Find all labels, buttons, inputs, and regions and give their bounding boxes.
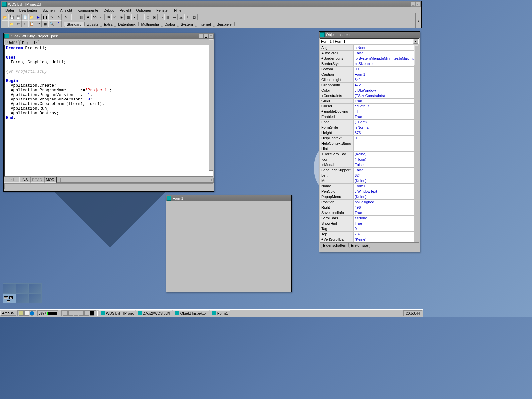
palette-overflow-button[interactable]: ▸ [415, 13, 421, 28]
menu-projekt[interactable]: Projekt [117, 8, 133, 13]
comp-popup-button[interactable]: ▤ [78, 14, 85, 20]
property-row[interactable]: ClientHeight341 [320, 77, 419, 83]
save-button[interactable]: 💾 [8, 14, 15, 20]
ql-icon-3[interactable] [74, 311, 78, 316]
pager-desktop-4[interactable]: Z:\o Ot [3, 293, 16, 303]
menu-bearbeiten[interactable]: Bearbeiten [17, 8, 40, 13]
inspector-tab-properties[interactable]: Eigenschaften [321, 243, 349, 248]
property-row[interactable]: +BorderIcons[biSystemMenu,biMinimize,biM… [320, 56, 419, 61]
ql-icon-5[interactable] [84, 311, 89, 316]
property-value[interactable]: True [354, 99, 419, 103]
undo-button[interactable]: ↶ [35, 20, 42, 27]
editor-minimize-button[interactable]: ▁ [204, 34, 208, 38]
editor-tab-unit1[interactable]: Unit1* [5, 40, 20, 45]
pager-desktop-2[interactable] [16, 283, 29, 293]
property-row[interactable]: NameForm1 [320, 184, 419, 189]
property-row[interactable]: Right496 [320, 205, 419, 210]
property-row[interactable]: Ctl3dTrue [320, 99, 419, 104]
property-row[interactable]: +HorzScrollBar(Keine) [320, 152, 419, 157]
property-value[interactable] [354, 141, 419, 146]
comp-mainmenu-button[interactable]: ☰ [71, 14, 78, 20]
property-row[interactable]: +EnableDocking[ ] [320, 109, 419, 114]
property-value[interactable]: 0 [354, 226, 419, 231]
menu-suchen[interactable]: Suchen [40, 8, 57, 13]
property-row[interactable]: ShowHintTrue [320, 221, 419, 226]
comp-grid-button[interactable]: ▦ [164, 14, 171, 20]
new-project-button[interactable]: 📄 [22, 14, 28, 20]
comp-checkbox-button[interactable]: ☑ [111, 14, 118, 20]
palette-tab-dialog[interactable]: Dialog [162, 22, 178, 27]
tray-globe-icon[interactable] [30, 311, 34, 316]
pause-button[interactable]: ❚❚ [42, 14, 48, 20]
comp-text-button[interactable]: T [184, 14, 191, 20]
property-row[interactable]: AutoScrollFalse [320, 51, 419, 56]
editor-restore-button[interactable]: ❐ [199, 34, 203, 38]
palette-tab-multimedia[interactable]: Multimedia [138, 22, 162, 27]
property-value[interactable]: (TFont) [354, 120, 419, 125]
property-value[interactable]: crDefault [354, 104, 419, 109]
form-system-icon[interactable] [167, 196, 171, 201]
tray-lock-icon[interactable] [19, 311, 24, 316]
system-menu-icon[interactable] [2, 2, 7, 7]
property-value[interactable]: False [354, 162, 419, 167]
inspector-system-icon[interactable] [320, 32, 325, 37]
comp-panel-button[interactable]: ▭ [158, 14, 164, 20]
menu-komponente[interactable]: Komponente [75, 8, 101, 13]
property-value[interactable]: 624 [354, 173, 419, 178]
property-row[interactable]: Icon(TIcon) [320, 157, 419, 162]
paste-button[interactable]: 📋 [28, 20, 35, 27]
property-value[interactable]: (Keine) [354, 237, 419, 242]
task-form1[interactable]: Form1 [210, 310, 230, 316]
editor-tab-project1[interactable]: Project1* [20, 40, 39, 45]
start-button[interactable]: ArcaOS [0, 311, 16, 316]
property-row[interactable]: IsModalFalse [320, 162, 419, 168]
property-row[interactable]: Tag0 [320, 226, 419, 232]
property-row[interactable]: HelpContext0 [320, 136, 419, 141]
palette-tab-standard[interactable]: Standard [64, 22, 85, 27]
folder-button[interactable]: 📁 [8, 20, 15, 27]
hscroll-right-button[interactable]: ▸ [210, 178, 214, 182]
property-row[interactable]: FormStylefsNormal [320, 125, 419, 130]
pager-desktop-5[interactable] [16, 293, 29, 303]
property-value[interactable]: (Keine) [354, 152, 419, 157]
taskbar-clock[interactable]: 20.53.44 [403, 310, 422, 316]
property-row[interactable]: Menu(Keine) [320, 178, 419, 184]
ql-icon-2[interactable] [68, 311, 73, 316]
step-over-button[interactable]: ↷ [48, 14, 55, 20]
property-value[interactable]: 496 [354, 205, 419, 210]
property-row[interactable]: CaptionForm1 [320, 72, 419, 77]
property-value[interactable]: ssNone [354, 216, 419, 221]
property-value[interactable]: [ ] [354, 109, 419, 114]
property-value[interactable]: 472 [354, 83, 419, 88]
property-row[interactable]: +VertScrollBar(Keine) [320, 237, 419, 242]
property-row[interactable]: Hint [320, 146, 419, 152]
comp-radiogroup-button[interactable]: ▣ [151, 14, 158, 20]
comp-radio-button[interactable]: ◉ [118, 14, 125, 20]
property-row[interactable]: ClientWidth472 [320, 83, 419, 88]
menu-debug[interactable]: Debug [101, 8, 117, 13]
property-value[interactable]: [biSystemMenu,biMinimize,biMaximize] [354, 56, 419, 61]
editor-maximize-button[interactable]: □ [209, 34, 213, 38]
property-value[interactable] [354, 146, 419, 151]
property-value[interactable]: Form1 [354, 184, 419, 189]
property-row[interactable]: PositionpoDesigned [320, 200, 419, 205]
form-design-surface[interactable] [166, 201, 291, 292]
property-value[interactable]: clWindowText [354, 189, 419, 194]
tray-search-icon[interactable] [24, 311, 29, 316]
save-all-button[interactable]: 💾 [15, 14, 22, 20]
pager-desktop-3[interactable] [29, 283, 42, 293]
inspector-combo-dropdown-button[interactable]: ▾ [413, 39, 418, 44]
comp-memo-button[interactable]: ▭ [98, 14, 105, 20]
menu-ansicht[interactable]: Ansicht [57, 8, 75, 13]
palette-tab-zusatz[interactable]: Zusatz [84, 22, 101, 27]
cut-button[interactable]: ✂ [15, 20, 22, 27]
comp-image-button[interactable]: 🖼 [178, 14, 184, 20]
property-row[interactable]: LanguageSupportFalse [320, 168, 419, 173]
property-value[interactable]: (TSizeConstraints) [354, 93, 419, 98]
step-into-button[interactable]: ↴ [55, 14, 62, 20]
property-value[interactable]: True [354, 114, 419, 119]
property-row[interactable]: Top737 [320, 232, 419, 237]
task-inspector[interactable]: Objekt Inspektor [173, 310, 209, 316]
menu-optionen[interactable]: Optionen [133, 8, 154, 13]
property-row[interactable]: CursorcrDefault [320, 104, 419, 109]
